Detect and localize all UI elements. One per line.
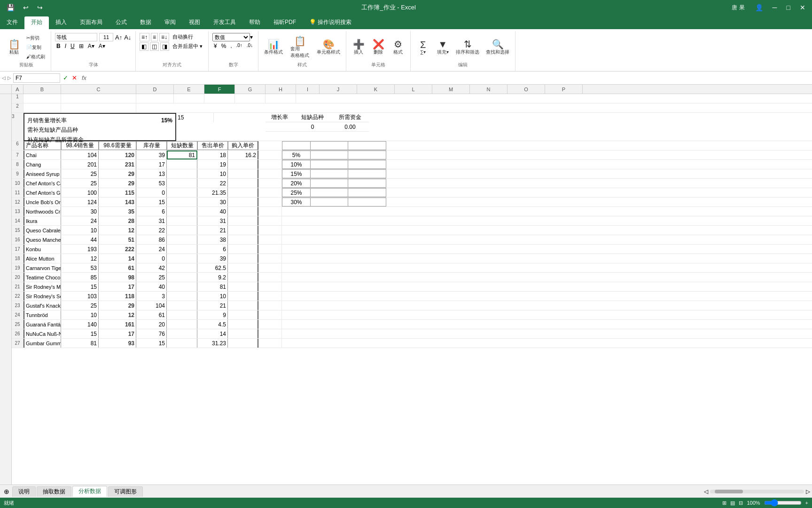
view-page-break-btn[interactable]: ⊟ <box>739 500 743 506</box>
cell-product-name[interactable]: Queso Manchego M <box>23 235 61 244</box>
cell-short[interactable] <box>167 207 197 216</box>
cell-buy[interactable] <box>228 207 258 216</box>
cell-req[interactable]: 143 <box>99 198 136 206</box>
cell-sell[interactable]: 10 <box>197 292 228 301</box>
cell-sales[interactable]: 25 <box>61 301 99 310</box>
align-top-left-btn[interactable]: ≡↑ <box>140 33 149 41</box>
cell-sell[interactable]: 31.23 <box>197 339 228 348</box>
tab-foxit[interactable]: 福昕PDF <box>267 16 303 29</box>
cell-d1[interactable] <box>174 94 204 103</box>
summary-s1[interactable] <box>311 198 348 206</box>
cell-short[interactable] <box>167 273 197 282</box>
col-header-p[interactable]: P <box>545 85 583 94</box>
tab-search[interactable]: 💡 操作说明搜索 <box>303 16 358 29</box>
align-bottom-btn[interactable]: ≡↓ <box>159 33 169 41</box>
tab-insert[interactable]: 插入 <box>49 16 73 29</box>
cell-req[interactable]: 29 <box>99 179 136 188</box>
thousands-btn[interactable]: , <box>229 42 233 50</box>
cell-short[interactable] <box>167 339 197 348</box>
cell-a2[interactable] <box>23 103 61 112</box>
cell-product-name[interactable]: Carnarvon Tigers <box>23 263 61 272</box>
cell-buy[interactable] <box>228 329 258 338</box>
format-btn[interactable]: ⚙ 格式 <box>390 39 406 56</box>
col-header-e[interactable]: E <box>174 85 204 94</box>
tab-page-layout[interactable]: 页面布局 <box>73 16 109 29</box>
cell-sales[interactable]: 104 <box>61 151 99 159</box>
merge-center-btn[interactable]: 合并后居中 ▾ <box>171 42 204 51</box>
cell-buy[interactable] <box>228 310 258 319</box>
zoom-in-btn[interactable]: + <box>805 500 808 506</box>
scroll-left-btn[interactable]: ◁ <box>704 488 708 495</box>
cell-short[interactable] <box>167 179 197 188</box>
find-select-btn[interactable]: 🔍 查找和选择 <box>484 39 511 56</box>
cell-stock[interactable]: 39 <box>136 151 167 159</box>
cell-sales[interactable]: 15 <box>61 329 99 338</box>
font-size-input[interactable] <box>99 33 113 41</box>
align-middle-btn[interactable]: ◫ <box>150 42 159 51</box>
cell-sales[interactable]: 124 <box>61 198 99 206</box>
cell-sales[interactable]: 53 <box>61 263 99 272</box>
summary-s2[interactable] <box>348 179 386 187</box>
cell-c1[interactable] <box>136 94 174 103</box>
cell-req[interactable]: 12 <box>99 226 136 235</box>
decrease-decimal-btn[interactable]: .0↓ <box>245 42 254 50</box>
cell-g1[interactable] <box>265 94 296 103</box>
cell-sell[interactable]: 22 <box>197 179 228 188</box>
cell-buy[interactable]: 16.2 <box>228 151 258 159</box>
paste-btn[interactable]: 📋 粘贴 <box>6 39 23 56</box>
cell-req[interactable]: 29 <box>99 169 136 178</box>
view-layout-btn[interactable]: ▤ <box>730 500 735 506</box>
tab-home[interactable]: 开始 <box>24 16 49 29</box>
cell-req[interactable]: 93 <box>99 339 136 348</box>
cell-sales[interactable]: 24 <box>61 216 99 225</box>
cell-req[interactable]: 17 <box>99 282 136 291</box>
horizontal-scrollbar[interactable] <box>710 490 804 493</box>
cell-sales[interactable]: 30 <box>61 207 99 216</box>
cell-sell[interactable]: 31 <box>197 216 228 225</box>
formula-confirm-btn[interactable]: ✓ <box>62 74 69 81</box>
cell-req[interactable]: 12 <box>99 310 136 319</box>
cell-sales[interactable]: 15 <box>61 282 99 291</box>
cell-style-btn[interactable]: 🎨 单元格样式 <box>315 39 342 56</box>
cell-sales[interactable]: 25 <box>61 179 99 188</box>
formula-input[interactable]: =MAX(D7-E7,0) <box>90 73 810 83</box>
cell-sell[interactable]: 40 <box>197 207 228 216</box>
cell-buy[interactable] <box>228 188 258 197</box>
cell-f3[interactable]: 15 <box>176 113 214 122</box>
cell-buy[interactable] <box>228 339 258 348</box>
nav-back-btn[interactable]: ◁ <box>2 75 6 80</box>
cell-stock[interactable]: 15 <box>136 339 167 348</box>
col-header-j[interactable]: J <box>320 85 357 94</box>
cell-req[interactable]: 29 <box>99 301 136 310</box>
cell-stock[interactable]: 40 <box>136 282 167 291</box>
cell-sell[interactable]: 6 <box>197 245 228 254</box>
cell-product-name[interactable]: Guaraná Fantástica <box>23 320 61 329</box>
cell-product-name[interactable]: Northwoods Cranb <box>23 207 61 216</box>
th-sell[interactable]: 售出单价 <box>197 141 228 150</box>
font-family-input[interactable] <box>55 33 97 41</box>
cell-sales[interactable]: 100 <box>61 188 99 197</box>
cell-buy[interactable] <box>228 160 258 169</box>
cell-req[interactable]: 61 <box>99 263 136 272</box>
cell-sell[interactable]: 38 <box>197 235 228 244</box>
tab-view[interactable]: 视图 <box>182 16 207 29</box>
underline-btn[interactable]: U <box>69 42 76 50</box>
conditional-format-btn[interactable]: 📊 条件格式 <box>262 39 285 56</box>
col-header-n[interactable]: N <box>470 85 508 94</box>
cell-short[interactable] <box>167 198 197 206</box>
cell-sales[interactable]: 201 <box>61 160 99 169</box>
fill-color-btn[interactable]: A▾ <box>86 42 96 50</box>
cell-product-name[interactable]: Chang <box>23 160 61 169</box>
cell-product-name[interactable]: Gustaf's Knackebro <box>23 301 61 310</box>
cell-sell[interactable]: 14 <box>197 329 228 338</box>
cell-sales[interactable]: 103 <box>61 292 99 301</box>
sheet-tab-chart[interactable]: 可调图形 <box>108 486 143 497</box>
cell-req[interactable]: 35 <box>99 207 136 216</box>
cell-product-name[interactable]: Sir Rodney's Scone <box>23 292 61 301</box>
cell-stock[interactable]: 25 <box>136 273 167 282</box>
cell-sales[interactable]: 10 <box>61 310 99 319</box>
cell-short[interactable] <box>167 292 197 301</box>
summary-s1[interactable] <box>311 170 348 178</box>
tab-file[interactable]: 文件 <box>0 16 24 29</box>
cell-short[interactable] <box>167 235 197 244</box>
